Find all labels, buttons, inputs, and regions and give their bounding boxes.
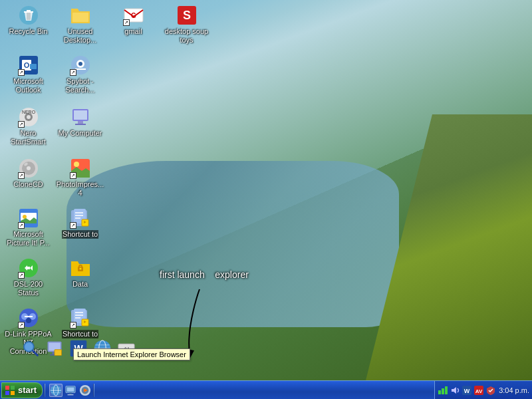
desktop-icon-recycle-bin[interactable]: Recycle Bin: [3, 3, 53, 37]
desktop-icon-shortcut-1[interactable]: ↗ Shortcut to: [55, 206, 105, 240]
search-icon-desktop[interactable]: [20, 338, 41, 359]
shortcut-arrow-dlink: ↗: [18, 322, 25, 329]
svg-text:G: G: [131, 12, 136, 19]
nero-icon: NERO ↗: [18, 106, 39, 128]
svg-text:S: S: [182, 9, 190, 22]
svg-rect-78: [11, 391, 15, 395]
svg-rect-1: [24, 11, 33, 13]
gmail-icon: G ↗: [123, 5, 144, 26]
recycle-bin-label: Recycle Bin: [9, 27, 47, 36]
shortcut-arrow-photoimp: ↗: [70, 172, 76, 179]
ms-picture-label: Microsoft Picture It! P...: [5, 230, 52, 247]
ie-icon: [50, 384, 62, 396]
windows-logo-icon: [5, 385, 15, 396]
desktop-icon-unused-desktop[interactable]: Unused Desktop...: [55, 3, 105, 46]
small-icon-1[interactable]: [44, 338, 65, 359]
desktop-icon-photoimp[interactable]: ↗ PhotoImpres... 4: [55, 156, 105, 199]
svg-point-50: [26, 318, 31, 323]
show-desktop-icon[interactable]: [64, 384, 77, 397]
svg-text:NERO: NERO: [21, 110, 35, 114]
svg-rect-92: [442, 388, 444, 394]
shortcut-arrow-nero: ↗: [18, 121, 25, 128]
nero-label: Nero StartSmart: [5, 129, 52, 146]
svg-rect-93: [445, 386, 448, 394]
svg-rect-2: [27, 10, 31, 11]
start-label: start: [18, 385, 37, 395]
gmail-label: gmail: [124, 27, 142, 36]
svg-rect-77: [5, 391, 9, 395]
data-folder-icon: [70, 257, 91, 279]
desktop-icon-data[interactable]: Data: [55, 256, 105, 290]
desktop-icon-clonecd[interactable]: ↗ CloneCD: [3, 156, 53, 190]
desktop-icon-nero[interactable]: NERO ↗ Nero StartSmart: [3, 105, 53, 148]
dsl-icon: ↗: [18, 257, 39, 279]
svg-rect-75: [5, 386, 9, 390]
shortcut-1-icon: ↗: [70, 207, 91, 229]
shortcut-arrow-1: ↗: [70, 222, 76, 229]
taskbar: start: [0, 380, 532, 399]
my-computer-label: My Computer: [58, 129, 102, 138]
svg-point-21: [27, 115, 31, 119]
media-player-icon[interactable]: [78, 384, 92, 397]
media-player-svg: [79, 384, 91, 396]
word-tray-icon[interactable]: W: [462, 385, 472, 396]
ms-picture-icon: ↗: [18, 207, 39, 229]
svg-rect-86: [69, 392, 72, 394]
dsl-label: DSL-200 Status: [5, 280, 52, 297]
svg-rect-76: [11, 386, 15, 390]
ie-tooltip-text: Launch Internet Explorer Browser: [77, 350, 186, 358]
desktop-soup-label: desktop soup toys: [163, 27, 210, 45]
antivirus-tray-icon[interactable]: AV: [473, 385, 484, 396]
desktop-icon-ms-picture[interactable]: ↗ Microsoft Picture It! P...: [3, 206, 53, 249]
desktop: Recycle Bin Unused Desktop... G: [0, 0, 532, 380]
shortcut-arrow-dsl: ↗: [18, 272, 25, 279]
svg-rect-24: [74, 110, 87, 120]
spybot-label: Spybot - Search...: [57, 77, 104, 94]
desktop-icon-dsl[interactable]: ↗ DSL-200 Status: [3, 256, 53, 299]
volume-tray-icon[interactable]: [450, 385, 460, 396]
shortcut-arrow-ms-picture: ↗: [18, 222, 25, 229]
desktop-icons-area: Recycle Bin Unused Desktop... G: [0, 0, 120, 359]
show-desktop-svg: [65, 384, 76, 396]
tray-icons-group: W AV: [438, 385, 496, 396]
taskbar-separator-2: [93, 384, 94, 397]
shortcut-arrow-2: ↗: [70, 322, 76, 329]
desktop-icon-spybot[interactable]: ↗ Spybot - Search...: [55, 53, 105, 96]
recycle-bin-icon: [18, 5, 39, 26]
dlink-icon: ↗: [18, 307, 39, 329]
desktop-icon-shortcut-2[interactable]: ↗ Shortcut to: [55, 306, 105, 340]
desktop-icon-desktop-soup-toys[interactable]: S desktop soup toys: [162, 3, 211, 46]
my-computer-icon: [70, 106, 91, 128]
svg-point-29: [27, 166, 31, 170]
shortcut-arrow-spybot: ↗: [70, 69, 76, 76]
photoimp-icon: ↗: [70, 158, 91, 179]
svg-text:AV: AV: [475, 388, 483, 394]
system-clock[interactable]: 3:04 p.m.: [499, 386, 529, 394]
network-tray-icon[interactable]: [438, 385, 448, 396]
ie-quick-launch-icon[interactable]: [49, 384, 63, 397]
start-button[interactable]: start: [1, 382, 43, 398]
desktop-soup-icon: S: [176, 5, 198, 26]
shortcut-1-label: Shortcut to: [62, 230, 98, 239]
desktop-icon-gmail[interactable]: G ↗ gmail: [108, 3, 158, 37]
ie-tooltip: Launch Internet Explorer Browser: [73, 348, 190, 360]
svg-rect-26: [75, 124, 86, 125]
svg-text:O: O: [23, 61, 29, 69]
spybot-icon: ↗: [70, 55, 91, 76]
clonecd-label: CloneCD: [13, 180, 43, 189]
svg-rect-65: [55, 350, 62, 356]
svg-rect-85: [67, 387, 74, 391]
shield-tray-icon[interactable]: [485, 385, 496, 396]
shortcut-2-icon: ↗: [70, 307, 91, 329]
desktop-icon-my-computer[interactable]: My Computer: [55, 105, 105, 139]
svg-rect-91: [438, 390, 441, 394]
clonecd-icon: ↗: [18, 158, 39, 179]
shortcut-arrow-clonecd: ↗: [18, 172, 25, 179]
folder-icon: [70, 5, 91, 26]
svg-point-17: [78, 62, 82, 66]
svg-rect-14: [30, 64, 37, 69]
desktop-icon-ms-outlook[interactable]: O ↗ Microsoft Outlook: [3, 53, 53, 96]
svg-point-59: [25, 342, 33, 350]
outlook-label: Microsoft Outlook: [5, 77, 52, 94]
svg-rect-6: [72, 13, 88, 22]
